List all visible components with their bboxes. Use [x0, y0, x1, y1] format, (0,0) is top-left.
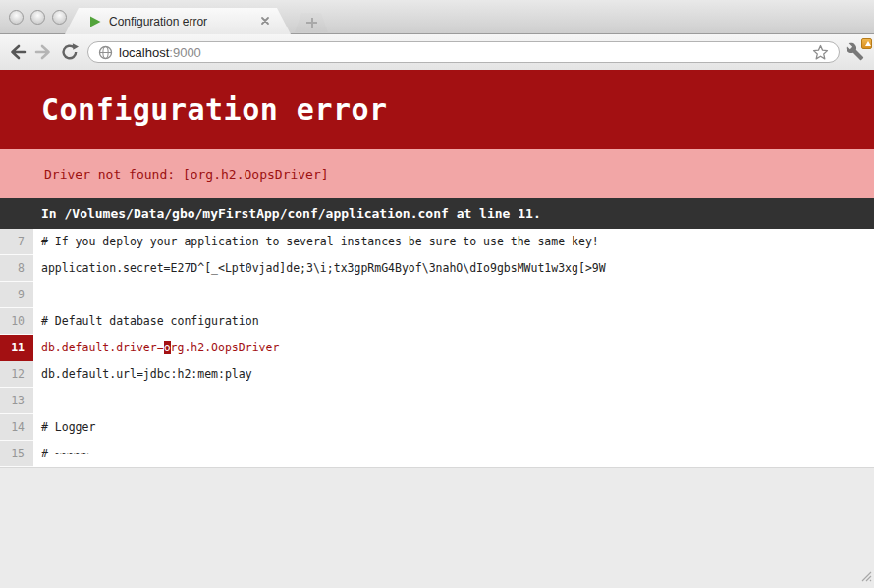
- reload-icon[interactable]: [60, 42, 82, 62]
- browser-toolbar: localhost:9000: [0, 34, 874, 70]
- code-line: 8 application.secret=E27D^[_<Lpt0vjad]de…: [0, 255, 874, 282]
- tab-title: Configuration error: [109, 15, 207, 28]
- update-badge-icon: [861, 38, 872, 49]
- play-framework-favicon: [88, 15, 102, 28]
- error-location-text: In /Volumes/Data/gbo/myFirstApp/conf/app…: [41, 206, 541, 221]
- address-bar[interactable]: localhost:9000: [87, 41, 840, 63]
- tab-configuration-error[interactable]: Configuration error: [65, 8, 291, 34]
- line-number: 8: [0, 255, 33, 282]
- plus-icon: [311, 18, 313, 28]
- page-footer: [0, 467, 874, 588]
- line-code: # Default database configuration: [33, 308, 874, 335]
- line-number: 15: [0, 441, 33, 467]
- line-number: 7: [0, 229, 33, 255]
- line-code: db.default.driver=org.h2.OopsDriver: [33, 335, 874, 361]
- up-arrow-icon: [865, 41, 871, 46]
- new-tab-button[interactable]: [295, 13, 328, 32]
- line-code: # If you deploy your application to seve…: [33, 229, 874, 255]
- error-marker: o: [164, 341, 171, 354]
- error-message: Driver not found: [org.h2.OopsDriver]: [44, 167, 329, 182]
- line-code: [33, 388, 874, 414]
- code-line: 12 db.default.url=jdbc:h2:mem:play: [0, 361, 874, 388]
- tab-strip: Configuration error: [0, 0, 874, 34]
- error-location-bar: In /Volumes/Data/gbo/myFirstApp/conf/app…: [0, 198, 874, 229]
- url-port: :9000: [169, 45, 201, 60]
- tab-close-icon[interactable]: [258, 15, 271, 27]
- back-button[interactable]: [8, 42, 29, 62]
- line-number: 9: [0, 282, 33, 308]
- line-number: 10: [0, 308, 33, 335]
- window-minimize-button[interactable]: [30, 10, 45, 25]
- wrench-menu-icon[interactable]: [846, 42, 869, 62]
- line-code: db.default.url=jdbc:h2:mem:play: [33, 361, 874, 388]
- window-close-button[interactable]: [9, 10, 24, 25]
- line-code: # Logger: [33, 414, 874, 441]
- line-number: 12: [0, 361, 33, 388]
- line-code: [33, 282, 874, 308]
- line-code: application.secret=E27D^[_<Lpt0vjad]de;3…: [33, 255, 874, 282]
- error-page: Configuration error Driver not found: [o…: [0, 70, 874, 588]
- line-code: # ~~~~~: [33, 441, 874, 467]
- window-zoom-button[interactable]: [52, 10, 67, 25]
- code-listing: 7 # If you deploy your application to se…: [0, 229, 874, 467]
- globe-icon: [98, 45, 113, 60]
- bookmark-star-icon[interactable]: [812, 44, 829, 61]
- code-line: 7 # If you deploy your application to se…: [0, 229, 874, 255]
- code-line: 15 # ~~~~~: [0, 441, 874, 467]
- code-line: 13: [0, 388, 874, 414]
- url-host: localhost: [119, 45, 169, 60]
- window-controls: [9, 10, 67, 25]
- line-number: 14: [0, 414, 33, 441]
- error-banner: Driver not found: [org.h2.OopsDriver]: [0, 149, 874, 198]
- resize-grip[interactable]: [858, 568, 872, 586]
- line-number: 11: [0, 335, 33, 361]
- url-text[interactable]: localhost:9000: [119, 45, 812, 60]
- error-header: Configuration error: [0, 70, 874, 149]
- code-line: 14 # Logger: [0, 414, 874, 441]
- code-line: 10 # Default database configuration: [0, 308, 874, 335]
- code-line: 9: [0, 282, 874, 308]
- line-number: 13: [0, 388, 33, 414]
- code-line: 11 db.default.driver=org.h2.OopsDriver: [0, 335, 874, 361]
- forward-button[interactable]: [33, 42, 55, 62]
- browser-window: Configuration error localhost:9000: [0, 0, 874, 588]
- page-title: Configuration error: [41, 92, 388, 127]
